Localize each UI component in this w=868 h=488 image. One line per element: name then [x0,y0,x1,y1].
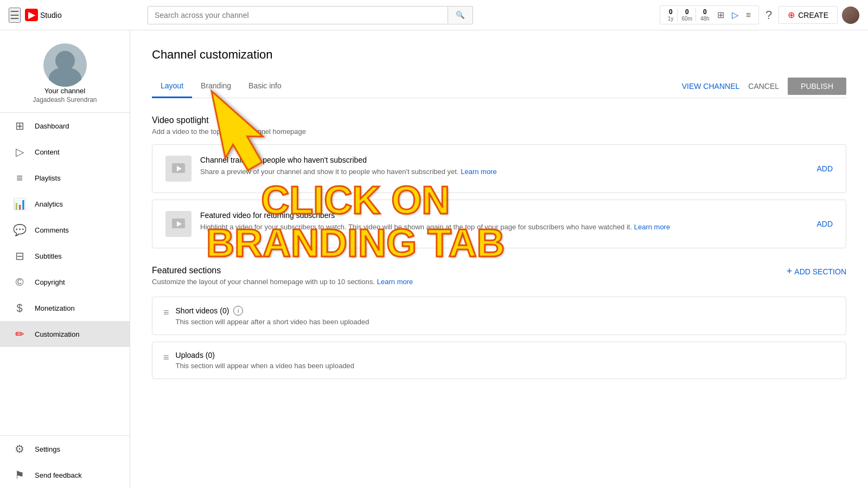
short-videos-desc: This section will appear after a short v… [176,318,369,326]
short-videos-section-card: ≡ Short videos (0) i This section will a… [152,297,846,335]
drag-handle-icon[interactable]: ≡ [163,306,169,318]
cancel-button[interactable]: CANCEL [748,82,779,91]
stat-1y-label: 1y [668,16,674,22]
sidebar-item-playlists[interactable]: ≡ Playlists [0,165,130,191]
channel-trailer-add-button[interactable]: ADD [816,164,833,173]
featured-sections-title: Featured sections [152,266,413,275]
customization-icon: ✏ [13,328,26,341]
sidebar-footer: ⚙ Settings ⚑ Send feedback [0,435,130,488]
stat-1y-num: 0 [669,8,673,16]
subtitles-icon: ⊟ [13,249,26,262]
sidebar-item-comments[interactable]: 💬 Comments [0,217,130,243]
search-input[interactable] [148,7,448,24]
nav-section: ⊞ Dashboard ▷ Content ≡ Playlists 📊 Anal… [0,113,130,435]
search-button[interactable]: 🔍 [448,7,473,23]
plus-icon: + [787,266,793,277]
youtube-logo: ▶ [25,9,38,21]
settings-icon: ⚙ [13,442,26,455]
video-spotlight-desc: Add a video to the top of your channel h… [152,127,846,136]
top-navigation: ☰ ▶ Studio 🔍 0 1y 0 60m 0 48h ⊞ ▷ ≡ [0,0,868,30]
featured-video-title: Featured video for returning subscribers [200,211,808,220]
uploads-title: Uploads (0) [176,351,355,359]
sidebar-item-dashboard[interactable]: ⊞ Dashboard [0,113,130,139]
studio-logo[interactable]: ▶ Studio [25,9,62,21]
short-videos-info-icon[interactable]: i [233,306,243,316]
main-content: Channel customization Layout Branding Ba… [130,30,868,488]
channel-avatar[interactable] [43,43,87,87]
stat-60m-num: 0 [685,8,689,16]
featured-sections-learn-more[interactable]: Learn more [377,278,413,286]
stats-grid-icon: ⊞ [714,10,727,20]
channel-trailer-title: Channel trailer for people who haven't s… [200,156,808,164]
featured-video-learn-more[interactable]: Learn more [634,223,670,231]
monetization-icon: $ [13,302,26,314]
help-button[interactable]: ? [763,6,774,24]
sidebar-item-copyright[interactable]: © Copyright [0,269,130,295]
channel-trailer-icon [165,156,192,182]
tab-branding[interactable]: Branding [192,75,240,98]
sidebar: Your channel Jagadeash Surendran ⊞ Dashb… [0,30,130,488]
sidebar-item-feedback[interactable]: ⚑ Send feedback [0,462,130,488]
stat-48h-label: 48h [700,16,710,22]
featured-video-desc: Highlight a video for your subscribers t… [200,222,808,233]
feedback-icon: ⚑ [13,468,26,481]
studio-label: Studio [40,11,62,20]
create-label: CREATE [798,11,828,20]
channel-handle: Jagadeash Surendran [33,96,97,104]
create-icon: ⊕ [788,10,795,20]
analytics-label: Analytics [35,200,63,208]
channel-info: Your channel Jagadeash Surendran [0,30,130,113]
sidebar-item-customization[interactable]: ✏ Customization [0,321,130,347]
playlists-icon: ≡ [13,172,26,184]
create-button[interactable]: ⊕ CREATE [778,6,838,24]
nav-left: ☰ ▶ Studio [9,8,139,23]
dashboard-label: Dashboard [35,122,69,130]
uploads-section-card: ≡ Uploads (0) This section will appear w… [152,342,846,379]
dashboard-icon: ⊞ [13,119,26,132]
channel-name: Your channel [44,87,85,95]
channel-trailer-learn-more[interactable]: Learn more [461,168,496,176]
monetization-label: Monetization [35,304,75,312]
featured-sections-header: Featured sections Customize the layout o… [152,266,846,294]
view-channel-button[interactable]: VIEW CHANNEL [682,82,740,91]
stat-60m-label: 60m [682,16,692,22]
search-bar: 🔍 [148,6,473,24]
tab-actions: VIEW CHANNEL CANCEL PUBLISH [682,78,846,95]
sidebar-item-subtitles[interactable]: ⊟ Subtitles [0,243,130,269]
playlists-label: Playlists [35,174,61,182]
tab-layout[interactable]: Layout [152,75,192,98]
hamburger-menu[interactable]: ☰ [9,8,21,23]
user-avatar[interactable] [842,7,859,24]
sidebar-item-settings[interactable]: ⚙ Settings [0,436,130,462]
tabs-container: Layout Branding Basic info VIEW CHANNEL … [152,75,846,98]
comments-label: Comments [35,226,69,234]
comments-icon: 💬 [13,223,26,236]
featured-sections-title-area: Featured sections Customize the layout o… [152,266,413,294]
stats-play-icon: ▷ [729,10,742,20]
sidebar-item-content[interactable]: ▷ Content [0,139,130,165]
stat-1y: 0 1y [665,8,678,22]
featured-video-add-button[interactable]: ADD [816,220,833,228]
customization-label: Customization [35,330,79,338]
copyright-icon: © [13,276,26,288]
add-section-button[interactable]: + ADD SECTION [787,266,846,277]
content-icon: ▷ [13,145,26,158]
sidebar-item-monetization[interactable]: $ Monetization [0,295,130,321]
sidebar-item-analytics[interactable]: 📊 Analytics [0,191,130,217]
video-spotlight-title: Video spotlight [152,115,846,125]
tab-basic-info[interactable]: Basic info [240,75,290,98]
stats-bar: 0 1y 0 60m 0 48h ⊞ ▷ ≡ [660,5,759,24]
featured-video-icon [165,211,192,237]
channel-trailer-desc: Share a preview of your channel and show… [200,166,808,177]
stat-48h: 0 48h [697,8,713,22]
stats-menu-icon: ≡ [743,10,754,20]
publish-button[interactable]: PUBLISH [788,78,846,95]
short-videos-title: Short videos (0) i [176,306,369,316]
copyright-label: Copyright [35,278,65,286]
feedback-label: Send feedback [35,471,82,479]
drag-handle-icon-2[interactable]: ≡ [163,351,169,363]
stat-48h-num: 0 [703,8,707,16]
nav-right: 0 1y 0 60m 0 48h ⊞ ▷ ≡ ? ⊕ CREATE [660,5,859,24]
video-spotlight-section: Video spotlight Add a video to the top o… [152,115,846,248]
uploads-desc: This section will appear when a video ha… [176,362,355,370]
